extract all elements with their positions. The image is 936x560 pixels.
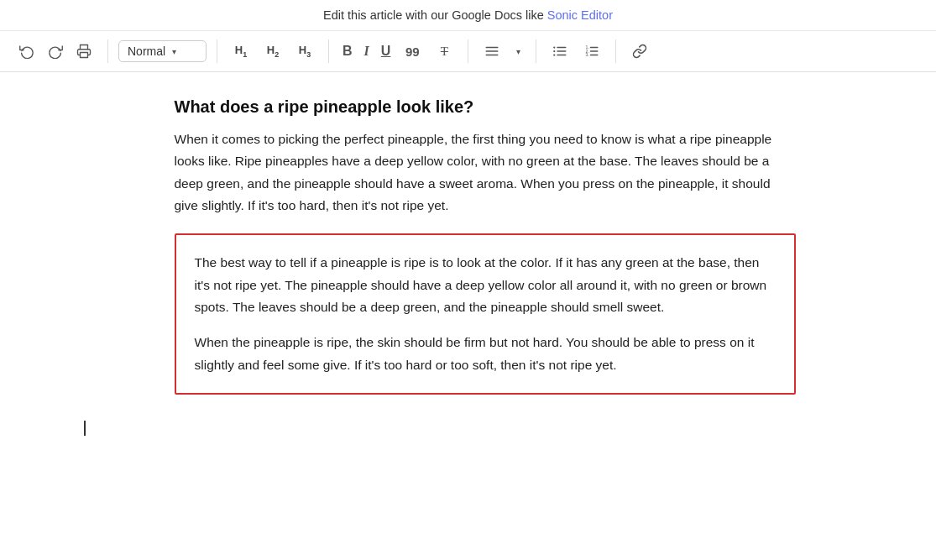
- history-group: [13, 38, 97, 65]
- quote-icon: 99: [405, 44, 420, 59]
- redo-icon: [48, 44, 63, 59]
- highlight-paragraph-2: When the pineapple is ripe, the skin sho…: [195, 332, 776, 376]
- unordered-list-button[interactable]: [546, 38, 573, 65]
- cursor: [84, 421, 86, 436]
- align-chevron-button[interactable]: ▾: [510, 38, 526, 65]
- align-chevron-icon: ▾: [516, 47, 520, 56]
- underline-button[interactable]: U: [378, 38, 395, 65]
- cursor-line: [0, 420, 936, 437]
- align-button[interactable]: [478, 38, 505, 65]
- style-dropdown[interactable]: Normal ▾: [118, 40, 207, 62]
- divider-5: [536, 39, 536, 63]
- link-icon: [632, 44, 647, 59]
- svg-point-8: [553, 50, 555, 52]
- content-area: What does a ripe pineapple look like? Wh…: [91, 72, 846, 420]
- highlight-box: The best way to tell if a pineapple is r…: [175, 233, 796, 395]
- undo-button[interactable]: [13, 38, 40, 65]
- italic-button[interactable]: I: [361, 38, 373, 65]
- highlight-paragraph-1: The best way to tell if a pineapple is r…: [195, 252, 776, 318]
- link-button[interactable]: [626, 38, 653, 65]
- print-icon: [76, 44, 92, 59]
- redo-button[interactable]: [42, 38, 69, 65]
- h2-button[interactable]: H2: [259, 38, 286, 65]
- unordered-list-icon: [552, 44, 567, 59]
- bold-button[interactable]: B: [339, 38, 356, 65]
- banner-text: Edit this article with our Google Docs l…: [323, 8, 547, 22]
- svg-point-9: [553, 54, 555, 55]
- style-dropdown-value: Normal: [128, 44, 165, 58]
- h3-button[interactable]: H3: [291, 38, 318, 65]
- underline-icon: U: [381, 44, 391, 59]
- toolbar: Normal ▾ H1 H2 H3 B I U 99 T ▾: [0, 31, 936, 72]
- sonic-editor-link[interactable]: Sonic Editor: [547, 8, 613, 22]
- chevron-down-icon: ▾: [172, 47, 176, 56]
- divider-1: [107, 39, 108, 63]
- article-paragraph-1: When it comes to picking the perfect pin…: [175, 128, 796, 217]
- quote-button[interactable]: 99: [399, 38, 426, 65]
- strikethrough-icon: T: [441, 44, 448, 59]
- align-icon: [484, 44, 499, 59]
- ordered-list-button[interactable]: 1. 2. 3.: [578, 38, 605, 65]
- divider-2: [217, 39, 217, 63]
- divider-4: [468, 39, 468, 63]
- divider-6: [615, 39, 616, 63]
- divider-3: [328, 39, 329, 63]
- top-banner: Edit this article with our Google Docs l…: [0, 0, 936, 31]
- print-button[interactable]: [71, 38, 97, 65]
- italic-icon: I: [364, 44, 369, 59]
- undo-icon: [19, 44, 34, 59]
- svg-rect-0: [81, 53, 88, 58]
- strikethrough-button[interactable]: T: [431, 38, 458, 65]
- ordered-list-icon: 1. 2. 3.: [584, 44, 599, 59]
- article-heading: What does a ripe pineapple look like?: [175, 97, 796, 117]
- bold-icon: B: [343, 44, 353, 59]
- svg-text:3.: 3.: [586, 52, 589, 57]
- svg-point-7: [553, 46, 555, 48]
- h1-button[interactable]: H1: [227, 38, 254, 65]
